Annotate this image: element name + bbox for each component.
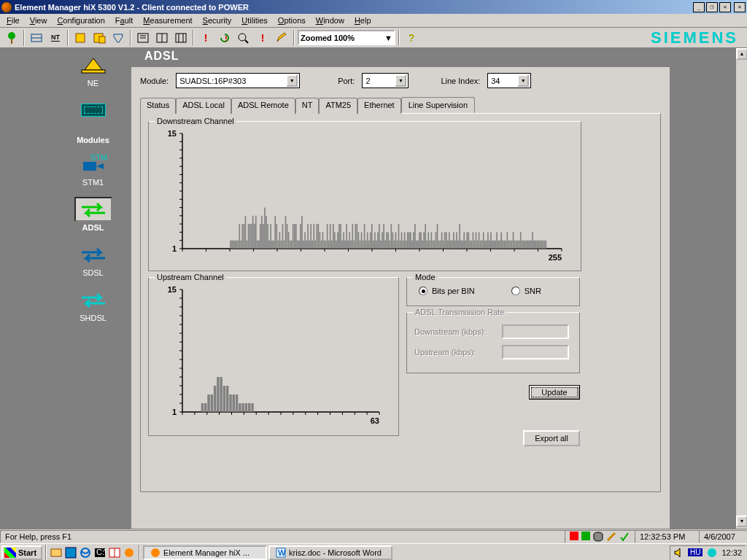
language-indicator[interactable]: HU: [688, 548, 703, 556]
scrollbar-vertical[interactable]: ▲ ▼: [735, 48, 747, 529]
status-time: 12:32:53 PM: [635, 530, 699, 543]
scroll-down-icon[interactable]: ▼: [736, 516, 747, 527]
start-button[interactable]: Start: [1, 545, 42, 560]
tab-line-supervision[interactable]: Line Supervision: [401, 97, 475, 113]
svg-rect-18: [82, 70, 105, 73]
ql-outlook-icon[interactable]: [50, 546, 63, 559]
svg-rect-319: [248, 403, 250, 412]
sidebar-item-adsl[interactable]: ADSL: [55, 194, 131, 239]
upstream-legend: Upstream Channel: [155, 273, 226, 281]
ql-total-commander-icon[interactable]: [108, 546, 121, 559]
tab-adsl-remote[interactable]: ADSL Remote: [231, 98, 295, 114]
tree-icon[interactable]: [3, 29, 20, 47]
tb-btn-7[interactable]: [153, 29, 171, 47]
svg-rect-159: [383, 224, 384, 249]
svg-rect-307: [211, 394, 213, 412]
svg-rect-198: [441, 232, 443, 249]
tb-btn-5[interactable]: [109, 29, 127, 47]
svg-rect-107: [306, 241, 307, 249]
sidebar-item-stm1[interactable]: STM-1 STM1: [55, 149, 131, 194]
sidebar-item-ne[interactable]: NE: [55, 50, 131, 95]
ql-app-icon[interactable]: [123, 546, 136, 559]
svg-rect-265: [541, 241, 542, 249]
svg-rect-101: [297, 241, 298, 249]
port-select[interactable]: 2▼: [362, 73, 409, 88]
ql-ie-icon[interactable]: [79, 546, 92, 559]
svg-rect-196: [438, 241, 440, 249]
tb-btn-3[interactable]: [71, 29, 89, 47]
ql-cmd-icon[interactable]: C:\: [93, 546, 107, 559]
line-index-select[interactable]: 34▼: [487, 73, 531, 88]
minimize-button[interactable]: _: [693, 2, 705, 12]
svg-rect-311: [223, 386, 225, 412]
alert-2-icon[interactable]: !: [254, 29, 271, 47]
menu-view[interactable]: View: [25, 15, 53, 26]
task-element-manager[interactable]: Element Manager hiX ...: [143, 545, 267, 560]
svg-rect-74: [257, 241, 258, 249]
refresh-alert-icon[interactable]: !: [216, 29, 233, 47]
svg-rect-197: [440, 241, 441, 249]
sidebar-item-board[interactable]: [55, 95, 131, 131]
tb-btn-6[interactable]: [134, 29, 152, 47]
menu-utilities[interactable]: Utilities: [236, 15, 272, 26]
tab-status[interactable]: Status: [140, 98, 176, 114]
menu-help[interactable]: Help: [349, 15, 376, 26]
help-icon[interactable]: ?: [403, 29, 420, 47]
menu-options[interactable]: Options: [273, 15, 311, 26]
menu-window[interactable]: Window: [311, 15, 349, 26]
downstream-rate-input: [502, 324, 569, 339]
menu-measurement[interactable]: Measurement: [138, 15, 197, 26]
tb-btn-1[interactable]: [28, 29, 45, 47]
svg-rect-205: [452, 241, 453, 249]
radio-dot-icon: [419, 287, 427, 295]
sidebar-item-shdsl[interactable]: SHDSL: [55, 284, 131, 330]
tab-ethernet[interactable]: Ethernet: [357, 98, 401, 114]
svg-rect-87: [276, 224, 277, 249]
search-icon[interactable]: [235, 29, 252, 47]
zoom-select[interactable]: Zoomed 100% ▼: [298, 30, 395, 45]
svg-rect-147: [365, 241, 367, 249]
chevron-down-icon[interactable]: ▼: [286, 74, 298, 87]
volume-icon[interactable]: [673, 548, 684, 558]
svg-point-16: [239, 34, 246, 41]
sidebar-item-sdsl[interactable]: SDSL: [55, 239, 131, 284]
tray-app-icon[interactable]: [707, 548, 717, 558]
update-button[interactable]: Update: [529, 385, 580, 400]
tb-btn-4[interactable]: [90, 29, 108, 47]
svg-rect-263: [538, 241, 539, 249]
radio-bits-per-bin[interactable]: Bits per BIN: [419, 287, 475, 295]
statusbar: For Help, press F1 12:32:53 PM 4/6/2007: [0, 529, 747, 543]
menu-fault[interactable]: Fault: [110, 15, 138, 26]
tab-nt[interactable]: NT: [295, 98, 320, 114]
svg-rect-155: [377, 232, 379, 249]
inner-close-button[interactable]: ✕: [719, 2, 731, 12]
svg-rect-207: [454, 241, 456, 249]
scroll-up-icon[interactable]: ▲: [736, 48, 747, 60]
svg-rect-203: [449, 232, 450, 249]
pencil-icon[interactable]: [273, 29, 290, 47]
status-help-text: For Help, press F1: [0, 530, 565, 543]
chevron-down-icon[interactable]: ▼: [517, 74, 529, 87]
tb-btn-8[interactable]: [172, 29, 190, 47]
tab-atm25[interactable]: ATM25: [319, 98, 357, 114]
radio-snr[interactable]: SNR: [511, 287, 541, 295]
menu-security[interactable]: Security: [198, 15, 237, 26]
task-word[interactable]: W krisz.doc - Microsoft Word: [268, 545, 392, 560]
close-button[interactable]: ✕: [734, 2, 746, 12]
tab-adsl-local[interactable]: ADSL Local: [176, 98, 231, 114]
menu-configuration[interactable]: Configuration: [52, 15, 109, 26]
tb-nt-icon[interactable]: NT: [47, 29, 64, 47]
svg-rect-216: [468, 232, 470, 249]
taskbar-clock: 12:32: [721, 548, 742, 557]
chevron-down-icon[interactable]: ▼: [395, 74, 406, 87]
restore-button[interactable]: ❐: [706, 2, 718, 12]
svg-rect-176: [409, 232, 410, 249]
module-select[interactable]: SUADSL:16P#303▼: [176, 73, 300, 88]
chevron-down-icon[interactable]: ▼: [384, 34, 392, 42]
ql-desktop-icon[interactable]: [64, 546, 77, 559]
alert-icon[interactable]: !: [197, 29, 214, 47]
export-all-button[interactable]: Export all: [523, 430, 580, 446]
svg-rect-67: [247, 241, 248, 249]
menu-file[interactable]: File: [1, 15, 25, 26]
port-label: Port:: [338, 77, 355, 85]
